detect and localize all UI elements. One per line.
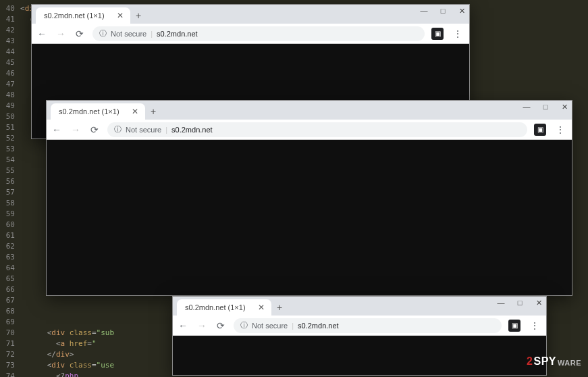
omnibox[interactable]: ⓘ Not secure | s0.2mdn.net	[234, 318, 502, 333]
back-button[interactable]: ←	[51, 124, 63, 135]
window-buttons: — □ ✕	[496, 299, 543, 307]
maximize-button[interactable]: □	[515, 299, 525, 307]
close-icon[interactable]: ✕	[117, 11, 124, 20]
page-content	[47, 140, 572, 295]
tab-active[interactable]: s0.2mdn.net (1×1) ✕	[36, 7, 130, 24]
info-icon: ⓘ	[114, 124, 122, 134]
menu-button[interactable]: ⋮	[553, 124, 568, 135]
back-button[interactable]: ←	[36, 28, 48, 39]
forward-button[interactable]: →	[196, 320, 208, 331]
tab-title: s0.2mdn.net (1×1)	[59, 107, 119, 116]
maximize-button[interactable]: □	[438, 7, 448, 16]
security-label: Not secure	[126, 126, 161, 134]
forward-button[interactable]: →	[70, 124, 82, 135]
minimize-button[interactable]: —	[522, 103, 531, 111]
url-text: s0.2mdn.net	[298, 322, 339, 330]
window-buttons: — □ ✕	[419, 7, 466, 16]
omnibox[interactable]: ⓘ Not secure | s0.2mdn.net	[107, 122, 527, 137]
close-window-button[interactable]: ✕	[534, 299, 543, 307]
page-content	[173, 336, 546, 375]
url-text: s0.2mdn.net	[157, 30, 198, 38]
address-bar: ← → ⟳ ⓘ Not secure | s0.2mdn.net ▣ ⋮	[32, 24, 469, 44]
forward-button[interactable]: →	[55, 28, 67, 39]
reload-button[interactable]: ⟳	[215, 320, 227, 331]
minimize-button[interactable]: —	[496, 299, 506, 307]
address-bar: ← → ⟳ ⓘ Not secure | s0.2mdn.net ▣ ⋮	[47, 120, 572, 140]
info-icon: ⓘ	[240, 320, 248, 330]
tab-active[interactable]: s0.2mdn.net (1×1) ✕	[51, 103, 145, 120]
extension-icon[interactable]: ▣	[534, 124, 546, 136]
browser-window-2: s0.2mdn.net (1×1) ✕ + — □ ✕ ← → ⟳ ⓘ Not …	[46, 100, 572, 296]
address-bar: ← → ⟳ ⓘ Not secure | s0.2mdn.net ▣ ⋮	[173, 316, 546, 336]
new-tab-button[interactable]: +	[151, 106, 156, 117]
security-label: Not secure	[252, 322, 288, 330]
omnibox[interactable]: ⓘ Not secure | s0.2mdn.net	[92, 26, 425, 41]
watermark-2: 2	[527, 355, 533, 368]
titlebar: s0.2mdn.net (1×1) ✕ + — □ ✕	[47, 101, 572, 120]
extension-icon[interactable]: ▣	[508, 320, 520, 332]
window-buttons: — □ ✕	[522, 103, 569, 111]
new-tab-button[interactable]: +	[277, 302, 282, 313]
close-icon[interactable]: ✕	[258, 303, 265, 312]
browser-window-3: s0.2mdn.net (1×1) ✕ + — □ ✕ ← → ⟳ ⓘ Not …	[172, 296, 547, 376]
titlebar: s0.2mdn.net (1×1) ✕ + — □ ✕	[32, 5, 469, 24]
separator: |	[151, 30, 153, 38]
close-window-button[interactable]: ✕	[560, 103, 569, 111]
extension-icon[interactable]: ▣	[431, 28, 444, 40]
tab-title: s0.2mdn.net (1×1)	[185, 303, 246, 311]
security-label: Not secure	[111, 30, 146, 38]
close-icon[interactable]: ✕	[132, 107, 138, 116]
maximize-button[interactable]: □	[541, 103, 550, 111]
close-window-button[interactable]: ✕	[457, 7, 466, 16]
menu-button[interactable]: ⋮	[527, 320, 542, 331]
reload-button[interactable]: ⟳	[74, 28, 86, 39]
back-button[interactable]: ←	[177, 320, 189, 331]
tab-title: s0.2mdn.net (1×1)	[44, 11, 105, 20]
menu-button[interactable]: ⋮	[450, 28, 465, 39]
watermark-spy: SPY	[533, 355, 556, 368]
tab-active[interactable]: s0.2mdn.net (1×1) ✕	[177, 299, 271, 316]
separator: |	[165, 126, 167, 134]
new-tab-button[interactable]: +	[136, 10, 141, 21]
url-text: s0.2mdn.net	[171, 126, 213, 134]
info-icon: ⓘ	[99, 28, 107, 39]
watermark-ware: WARE	[558, 359, 581, 367]
reload-button[interactable]: ⟳	[88, 124, 101, 135]
minimize-button[interactable]: —	[419, 7, 429, 16]
titlebar: s0.2mdn.net (1×1) ✕ + — □ ✕	[173, 297, 546, 316]
watermark: 2 SPY WARE	[527, 355, 581, 368]
separator: |	[292, 322, 294, 330]
